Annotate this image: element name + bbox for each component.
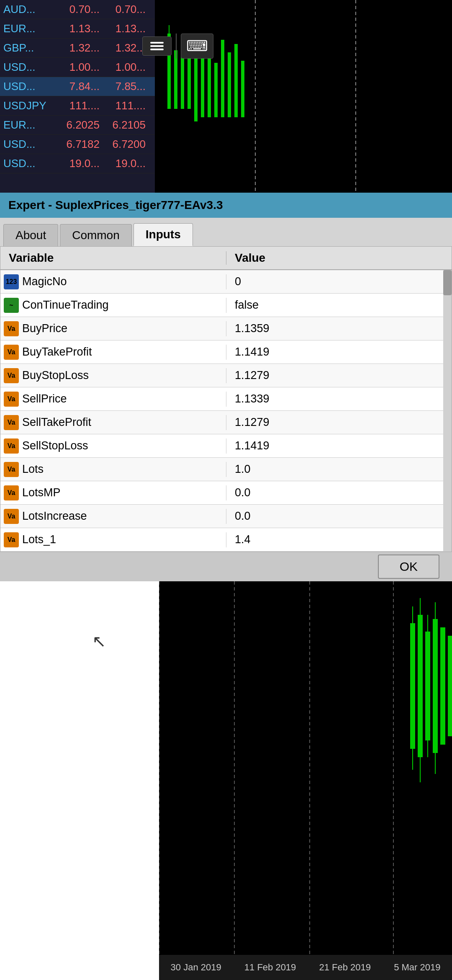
tab-inputs[interactable]: Inputs: [134, 223, 193, 246]
column-header-value: Value: [226, 251, 452, 265]
currency-bid: 6.2025: [54, 119, 100, 132]
currency-ask: 19.0...: [100, 157, 146, 170]
table-row[interactable]: Va Lots 1.0: [0, 458, 452, 481]
svg-rect-11: [221, 40, 224, 117]
hamburger-line-1: [150, 42, 164, 44]
var-icon: Va: [4, 392, 19, 407]
table-row[interactable]: Va SellTakeProfit 1.1279: [0, 411, 452, 434]
svg-rect-4: [174, 50, 177, 109]
currency-row-3[interactable]: USD... 1.00... 1.00...: [0, 58, 155, 77]
currency-name: GBP...: [3, 41, 54, 54]
table-body: 123 MagicNo 0 ~ ConTinueTrading false Va…: [0, 270, 452, 552]
variable-name: Lots: [22, 463, 44, 476]
td-value: 1.1359: [226, 322, 452, 335]
currency-row-8[interactable]: USD... 19.0... 19.0...: [0, 154, 155, 173]
currency-ask: 6.7200: [100, 138, 146, 151]
var-icon: Va: [4, 345, 19, 360]
currency-bid: 7.84...: [54, 80, 100, 93]
table-row[interactable]: 123 MagicNo 0: [0, 270, 452, 294]
svg-rect-6: [187, 59, 191, 109]
bottom-chart-svg: [159, 581, 452, 980]
bottom-chart-panel: 30 Jan 201911 Feb 201921 Feb 20195 Mar 2…: [159, 581, 452, 980]
currency-row-1[interactable]: EUR... 1.13... 1.13...: [0, 19, 155, 39]
td-value: 1.1279: [226, 369, 452, 382]
svg-rect-25: [425, 632, 430, 740]
date-label-0: 30 Jan 2019: [171, 962, 221, 973]
menu-button[interactable]: [142, 36, 172, 56]
currency-bid: 1.32...: [54, 41, 100, 54]
currency-row-4[interactable]: USD... 7.84... 7.85...: [0, 77, 155, 96]
td-value: 1.0: [226, 463, 452, 476]
variable-name: BuyStopLoss: [22, 369, 89, 382]
table-row[interactable]: Va SellStopLoss 1.1419: [0, 434, 452, 458]
table-row[interactable]: Va BuyTakeProfit 1.1419: [0, 340, 452, 364]
currency-name: USDJPY: [3, 99, 54, 112]
td-variable: Va BuyTakeProfit: [0, 345, 226, 360]
hamburger-line-3: [150, 49, 164, 50]
td-value: 1.1419: [226, 439, 452, 452]
svg-rect-13: [234, 44, 238, 117]
table-row[interactable]: Va LotsMP 0.0: [0, 481, 452, 505]
currency-name: USD...: [3, 80, 54, 93]
variable-name: SellTakeProfit: [22, 416, 91, 429]
ok-area: OK: [0, 552, 452, 581]
date-labels: 30 Jan 201911 Feb 201921 Feb 20195 Mar 2…: [159, 955, 452, 980]
svg-rect-8: [201, 54, 204, 117]
var-icon: Va: [4, 438, 19, 454]
td-variable: Va SellTakeProfit: [0, 415, 226, 430]
td-value: 0.0: [226, 486, 452, 499]
td-variable: Va SellPrice: [0, 392, 226, 407]
td-variable: Va BuyStopLoss: [0, 368, 226, 383]
currency-row-5[interactable]: USDJPY 111.... 111....: [0, 96, 155, 116]
td-value: 1.1419: [226, 346, 452, 358]
currency-ask: 1.32...: [100, 41, 146, 54]
toolbar-divider: [176, 34, 177, 59]
variable-name: LotsMP: [22, 486, 61, 499]
cursor-icon: ↖: [92, 632, 106, 651]
svg-rect-14: [241, 61, 244, 117]
td-value: 0.0: [226, 510, 452, 523]
td-variable: ~ ConTinueTrading: [0, 298, 226, 313]
currency-bid: 6.7182: [54, 138, 100, 151]
var-icon: Va: [4, 415, 19, 430]
table-row[interactable]: Va Lots_1 1.4: [0, 528, 452, 552]
keyboard-button[interactable]: ⌨: [181, 34, 213, 59]
currency-row-7[interactable]: USD... 6.7182 6.7200: [0, 135, 155, 154]
currency-row-2[interactable]: GBP... 1.32... 1.32...: [0, 39, 155, 58]
tab-about[interactable]: About: [3, 224, 58, 246]
variable-name: BuyPrice: [22, 322, 67, 335]
currency-name: AUD...: [3, 3, 54, 16]
tab-common[interactable]: Common: [60, 224, 132, 246]
currency-bid: 1.13...: [54, 22, 100, 35]
var-icon: 123: [4, 274, 19, 289]
toolbar-icons: ⌨: [142, 34, 213, 59]
table-row[interactable]: Va BuyPrice 1.1359: [0, 317, 452, 340]
currency-bid: 0.70...: [54, 3, 100, 16]
variable-name: SellStopLoss: [22, 439, 88, 452]
svg-rect-10: [214, 63, 218, 117]
variable-name: MagicNo: [22, 275, 67, 288]
table-scrollbar[interactable]: [443, 270, 452, 552]
td-value: false: [226, 299, 452, 312]
table-row[interactable]: ~ ConTinueTrading false: [0, 294, 452, 317]
currency-row-0[interactable]: AUD... 0.70... 0.70...: [0, 0, 155, 19]
expert-title-text: Expert - SuplexPrices_tiger777-EAv3.3: [8, 199, 223, 212]
currency-list: AUD... 0.70... 0.70... EUR... 1.13... 1.…: [0, 0, 155, 193]
currency-ask: 1.00...: [100, 61, 146, 74]
td-variable: Va BuyPrice: [0, 321, 226, 336]
variable-name: SellPrice: [22, 392, 67, 405]
td-variable: Va SellStopLoss: [0, 438, 226, 454]
table-row[interactable]: Va BuyStopLoss 1.1279: [0, 364, 452, 387]
variable-name: Lots_1: [22, 533, 56, 546]
ok-button[interactable]: OK: [378, 554, 439, 579]
expert-title-bar: Expert - SuplexPrices_tiger777-EAv3.3: [0, 193, 452, 218]
currency-ask: 0.70...: [100, 3, 146, 16]
currency-ask: 6.2105: [100, 119, 146, 132]
table-header: Variable Value: [0, 247, 452, 270]
currency-name: USD...: [3, 157, 54, 170]
currency-row-6[interactable]: EUR... 6.2025 6.2105: [0, 116, 155, 135]
var-icon: ~: [4, 298, 19, 313]
table-row[interactable]: Va LotsIncrease 0.0: [0, 505, 452, 528]
table-row[interactable]: Va SellPrice 1.1339: [0, 387, 452, 411]
var-icon: Va: [4, 368, 19, 383]
